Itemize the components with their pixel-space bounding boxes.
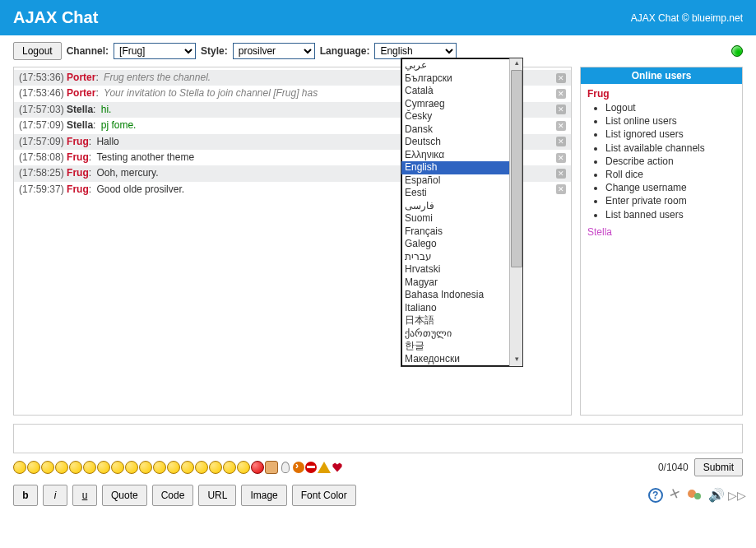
dropdown-scrollbar[interactable]: ▴ ▾ (509, 58, 522, 366)
language-option[interactable]: Français (401, 225, 509, 239)
emoticon-idea-icon[interactable] (281, 462, 290, 473)
msg-user[interactable]: Porter (67, 87, 95, 99)
emoticon-evil-icon[interactable] (195, 461, 208, 474)
emoticon-shocked-icon[interactable] (83, 461, 96, 474)
language-select[interactable]: English (374, 43, 457, 59)
emoticon-cry-icon[interactable] (181, 461, 194, 474)
language-option[interactable]: Македонски (401, 353, 509, 366)
language-option[interactable]: فارسی (401, 200, 509, 213)
language-option[interactable]: Bahasa Indonesia (401, 289, 509, 302)
emoticon-confused-icon[interactable] (97, 461, 110, 474)
scroll-down-icon[interactable]: ▾ (510, 355, 523, 366)
emoticon-twisted-icon[interactable] (209, 461, 222, 474)
message-input[interactable] (14, 425, 742, 453)
status-indicator-icon[interactable] (731, 45, 743, 57)
fontcolor-button[interactable]: Font Color (292, 485, 356, 506)
emoticon-surprised-icon[interactable] (69, 461, 82, 474)
emoticon-arrow-icon[interactable] (293, 462, 304, 473)
user-menu-item[interactable]: List ignored users (605, 128, 735, 141)
user-menu-item[interactable]: Change username (605, 181, 735, 194)
language-option[interactable]: Dansk (401, 123, 509, 137)
msg-user[interactable]: Stella (67, 119, 93, 131)
delete-message-icon[interactable]: ✕ (556, 169, 566, 179)
language-option[interactable]: Magyar (401, 276, 509, 290)
user-menu-item[interactable]: List banned users (605, 208, 735, 221)
delete-message-icon[interactable]: ✕ (556, 89, 566, 99)
italic-button[interactable]: i (43, 485, 67, 506)
emoticon-exclaim-icon[interactable] (305, 462, 317, 473)
language-option[interactable]: Česky (401, 110, 509, 123)
delete-message-icon[interactable]: ✕ (556, 104, 566, 114)
language-option[interactable]: عربي (401, 59, 509, 72)
msg-user[interactable]: Frug (67, 151, 89, 163)
user-menu-item[interactable]: Roll dice (605, 168, 735, 181)
language-option[interactable]: עברית (401, 251, 509, 264)
settings-icon[interactable] (668, 488, 683, 503)
users-icon[interactable] (688, 488, 703, 503)
msg-user[interactable]: Porter (67, 72, 95, 83)
msg-user[interactable]: Frug (67, 183, 89, 195)
language-option[interactable]: Català (401, 85, 509, 98)
language-option[interactable]: Italiano (401, 302, 509, 315)
emoticon-mad-icon[interactable] (139, 461, 152, 474)
emoticon-question-icon[interactable] (318, 462, 331, 473)
autoscroll-icon[interactable]: ▷▷ (728, 488, 743, 503)
msg-user[interactable]: Frug (67, 167, 89, 179)
language-dropdown[interactable]: عربيБългарскиCatalàCymraegČeskyDanskDeut… (401, 58, 523, 367)
user-menu-item[interactable]: Enter private room (605, 194, 735, 207)
user-menu-item[interactable]: Describe action (605, 155, 735, 168)
delete-message-icon[interactable]: ✕ (556, 121, 566, 131)
emoticon-oops-icon[interactable] (167, 461, 180, 474)
language-option[interactable]: Suomi (401, 212, 509, 225)
emoticon-lol-icon[interactable] (125, 461, 138, 474)
delete-message-icon[interactable]: ✕ (556, 137, 566, 146)
emoticon-sad-icon[interactable] (41, 461, 54, 474)
emoticon-razz-icon[interactable] (153, 461, 166, 474)
code-button[interactable]: Code (152, 485, 194, 506)
online-user-frug[interactable]: Frug (587, 88, 735, 100)
language-option[interactable]: Cymraeg (401, 98, 509, 111)
language-option[interactable]: Ελληνικα (401, 149, 509, 162)
emoticon-roll-icon[interactable] (223, 461, 236, 474)
emoticon-heart-icon[interactable] (332, 462, 343, 473)
msg-user[interactable]: Frug (67, 136, 89, 147)
style-select[interactable]: prosilver (233, 43, 315, 59)
language-option[interactable]: Español (401, 174, 509, 188)
language-option[interactable]: Galego (401, 238, 509, 251)
emoticon-wink-icon[interactable] (237, 461, 250, 474)
msg-user[interactable]: Stella (67, 104, 93, 115)
bold-button[interactable]: b (13, 485, 38, 506)
language-option[interactable]: ქართული (401, 327, 509, 341)
language-option[interactable]: Български (401, 72, 509, 86)
help-icon[interactable]: ? (648, 488, 663, 503)
delete-message-icon[interactable]: ✕ (556, 184, 566, 194)
user-menu-item[interactable]: List available channels (605, 142, 735, 155)
submit-button[interactable]: Submit (694, 458, 743, 476)
image-button[interactable]: Image (241, 485, 286, 506)
underline-button[interactable]: u (72, 485, 97, 506)
language-option[interactable]: 한글 (401, 340, 509, 353)
emoticon-grin-icon[interactable] (55, 461, 68, 474)
emoticon-smile-icon[interactable] (13, 461, 26, 474)
scroll-thumb[interactable] (511, 70, 522, 267)
user-menu-item[interactable]: Logout (605, 101, 735, 114)
language-option[interactable]: Deutsch (401, 136, 509, 149)
language-option[interactable]: Hrvatski (401, 263, 509, 276)
credit-link[interactable]: AJAX Chat © blueimp.net (631, 12, 743, 24)
language-option[interactable]: 日本語 (401, 314, 509, 327)
online-user-stella[interactable]: Stella (587, 226, 735, 238)
audio-icon[interactable]: 🔊 (708, 488, 723, 503)
url-button[interactable]: URL (198, 485, 236, 506)
logout-button[interactable]: Logout (13, 42, 62, 60)
language-option[interactable]: Eesti (401, 187, 509, 200)
emoticon-cool-icon[interactable] (111, 461, 124, 474)
language-option[interactable]: English (401, 161, 509, 174)
scroll-up-icon[interactable]: ▴ (510, 58, 523, 70)
emoticon-angry-icon[interactable] (251, 461, 264, 474)
quote-button[interactable]: Quote (102, 485, 147, 506)
emoticon-punch-icon[interactable] (265, 461, 278, 474)
user-menu-item[interactable]: List online users (605, 114, 735, 128)
emoticon-neutral-icon[interactable] (27, 461, 40, 474)
delete-message-icon[interactable]: ✕ (556, 153, 566, 163)
delete-message-icon[interactable]: ✕ (556, 73, 566, 83)
